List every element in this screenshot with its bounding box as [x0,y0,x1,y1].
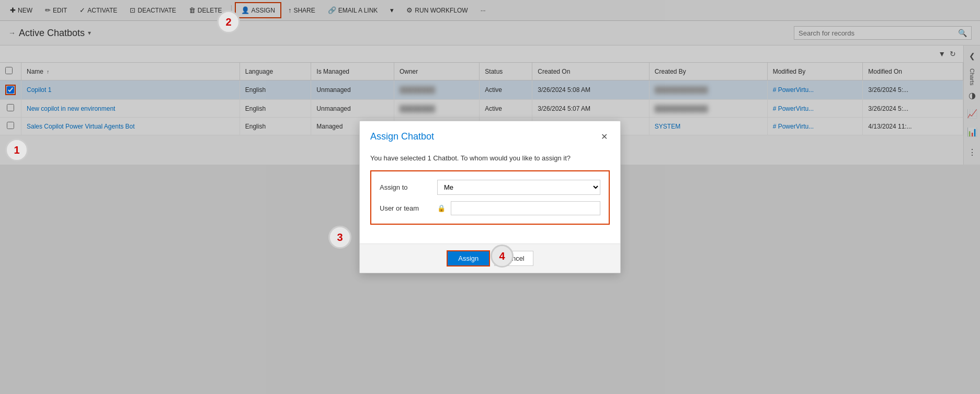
dialog-title: Assign Chatbot [370,131,434,142]
dialog-header: Assign Chatbot ✕ [360,121,620,149]
assign-dialog: Assign Chatbot ✕ You have selected 1 Cha… [359,121,621,165]
dialog-close-button[interactable]: ✕ [599,130,610,144]
dialog-body: You have selected 1 Chatbot. To whom wou… [360,149,620,165]
dialog-description: You have selected 1 Chatbot. To whom wou… [370,154,610,162]
